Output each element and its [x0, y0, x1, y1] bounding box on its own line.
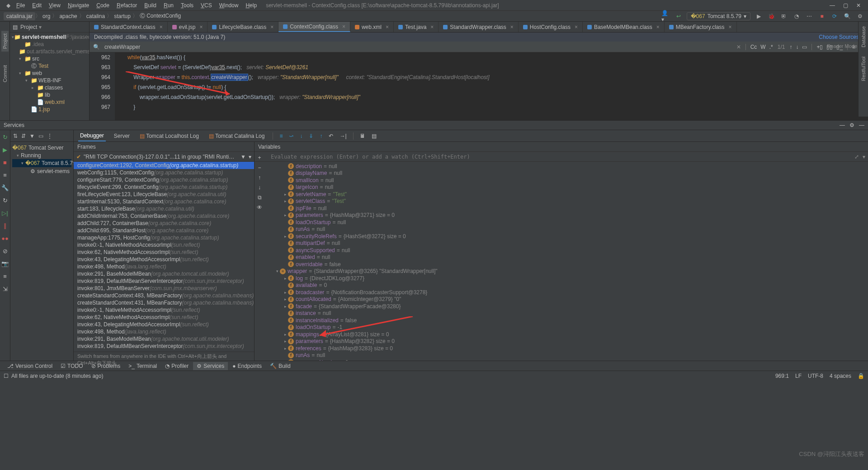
stack-frame[interactable]: invoke:291, BaseModelMBean (org.apache.t… [74, 270, 254, 277]
group-icon[interactable]: ▭ [38, 133, 43, 139]
variable-row[interactable]: fdisplayName = null [265, 170, 868, 177]
variable-row[interactable]: ▾≡wrapper = {StandardWrapper@3265} "Stan… [265, 268, 868, 275]
tree-item[interactable]: 📁out.artifacts.servlet_memshe [10, 48, 89, 55]
menu-vcs[interactable]: VCS [197, 1, 216, 9]
tree-options-icon[interactable]: ⋮ [47, 133, 52, 139]
view-breakpoints-icon[interactable]: ●● [1, 234, 9, 242]
stack-frame[interactable]: createStandardContext:483, MBeanFactory … [74, 292, 254, 299]
minimize-icon[interactable]: — [859, 122, 864, 128]
tree-item[interactable]: ⒸTest [10, 62, 89, 70]
variable-row[interactable]: ▸fservletClass = "Test" [265, 198, 868, 205]
frames-list[interactable]: configureContext:1292, ContextConfig (or… [74, 162, 254, 352]
editor-tab[interactable]: Test.java× [394, 22, 439, 32]
close-tab-icon[interactable]: × [199, 24, 203, 30]
stack-frame[interactable]: invoke:801, JmxMBeanServer (com.sun.jmx.… [74, 285, 254, 292]
tool-tab-build[interactable]: 🔨Build [266, 362, 294, 370]
stack-frame[interactable]: startInternal:5130, StandardContext (org… [74, 198, 254, 205]
tree-item[interactable]: 📁.idea [10, 41, 89, 48]
tool-tab-endpoints[interactable]: ●Endpoints [229, 362, 265, 370]
menu-run[interactable]: Run [160, 1, 177, 9]
stack-frame[interactable]: invoke:819, DefaultMBeanServerIntercepto… [74, 343, 254, 350]
run-config-selector[interactable]: �067 Tomcat 8.5.79 ▾ [687, 12, 750, 20]
stack-frame[interactable]: configureStart:779, ContextConfig (org.a… [74, 176, 254, 183]
profile-button[interactable]: ◔ [792, 12, 801, 21]
evaluate-input[interactable] [271, 154, 851, 160]
tree-item[interactable]: ▸📁classes [10, 84, 89, 91]
close-tab-icon[interactable]: × [160, 24, 163, 30]
evaluate-icon[interactable]: 🖩 [360, 133, 365, 139]
variable-row[interactable]: frunAs = null [265, 226, 868, 233]
stack-frame[interactable]: addChild:727, ContainerBase (org.apache.… [74, 220, 254, 227]
tree-item[interactable]: 📄web.xml [10, 99, 89, 106]
tab-server[interactable]: Server [112, 131, 132, 141]
search-input[interactable] [104, 44, 732, 50]
variable-row[interactable]: ▸fsecurityRoleRefs = {HashSet@3272} size… [265, 233, 868, 240]
update-button[interactable]: ⟳ [830, 12, 839, 21]
stack-frame[interactable]: invoke0:-1, NativeMethodAccessorImpl (su… [74, 306, 254, 314]
tab-debugger[interactable]: Debugger [78, 131, 106, 141]
menu-file[interactable]: File [13, 1, 28, 9]
camera-icon[interactable]: 📷 [1, 259, 9, 268]
stack-frame[interactable]: lifecycleEvent:299, ContextConfig (org.a… [74, 183, 254, 191]
stack-frame[interactable]: invoke:498, Method (java.lang.reflect) [74, 328, 254, 335]
maximize-icon[interactable]: ▢ [843, 2, 848, 9]
resume-icon[interactable]: ▶ [1, 146, 9, 154]
variable-row[interactable]: ▸ffacade = {StandardWrapperFacade@3280} [265, 303, 868, 310]
variable-row[interactable]: foverridable = false [265, 261, 868, 268]
menu-refactor[interactable]: Refactor [113, 1, 141, 9]
reader-mode-label[interactable]: Reader Mode [827, 43, 857, 49]
editor-tab[interactable]: BaseModelMBean.class× [583, 22, 665, 32]
show-exec-icon[interactable]: ≡ [279, 133, 283, 139]
expand-icon[interactable]: ⇅ [13, 133, 18, 139]
gear-icon[interactable]: ⚙ [849, 122, 854, 128]
menu-build[interactable]: Build [141, 1, 160, 9]
pause-icon[interactable]: ‖ [1, 221, 9, 230]
variable-row[interactable]: ▸freferences = {HashMap@3283} size = 0 [265, 345, 868, 352]
filter-icon[interactable]: ▼ [241, 154, 246, 160]
step-into-icon[interactable]: ↓ [300, 133, 302, 139]
deployment-node[interactable]: servlet-mems [37, 168, 70, 174]
resume-program-icon[interactable]: ▷| [1, 209, 9, 217]
stack-frame[interactable]: invoke:819, DefaultMBeanServerIntercepto… [74, 277, 254, 285]
stack-frame[interactable]: invoke:43, DelegatingMethodAccessorImpl … [74, 321, 254, 328]
close-tab-icon[interactable]: × [575, 24, 578, 30]
menu-view[interactable]: View [45, 1, 64, 9]
variable-row[interactable]: fenabled = null [265, 254, 868, 261]
editor-tab[interactable]: ContextConfig.class× [278, 22, 350, 32]
editor-tab[interactable]: HostConfig.class× [519, 22, 583, 32]
variable-row[interactable]: fjspFile = null [265, 205, 868, 212]
variable-row[interactable]: fsmallIcon = null [265, 177, 868, 184]
stack-frame[interactable]: manageApp:1775, HostConfig (org.apache.c… [74, 234, 254, 241]
stack-frame[interactable]: createStandardContext:431, MBeanFactory … [74, 299, 254, 306]
variable-row[interactable]: favailable = 0 [265, 282, 868, 289]
new-watch-icon[interactable]: + [258, 155, 261, 161]
step-over-icon[interactable]: ⤻ [289, 133, 293, 139]
clear-icon[interactable]: ✕ [736, 44, 741, 50]
crumb-2[interactable]: apache [57, 13, 79, 19]
variable-row[interactable]: ▸fcountAllocated = {AtomicInteger@3279} … [265, 296, 868, 303]
tool-tab-problems[interactable]: ⊘Problems [88, 362, 124, 370]
menu-navigate[interactable]: Navigate [64, 1, 93, 9]
variable-row[interactable]: fdescription = null [265, 163, 868, 170]
line-sep[interactable]: LF [795, 373, 802, 379]
rerun-icon[interactable]: ↻ [1, 133, 9, 141]
menu-window[interactable]: Window [216, 1, 242, 9]
close-tab-icon[interactable]: × [386, 24, 389, 30]
close-icon[interactable]: ✕ [856, 2, 861, 9]
minimize-icon[interactable]: — [830, 2, 835, 9]
variables-tree[interactable]: fdescription = nullfdisplayName = nullfs… [255, 162, 868, 361]
settings-icon[interactable]: 🔧 [1, 183, 9, 192]
attach-button[interactable]: ⋯ [805, 12, 814, 21]
editor-tab[interactable]: evil.jsp× [168, 22, 208, 32]
run-button[interactable]: ▶ [754, 12, 763, 21]
variable-row[interactable]: ▸fservletName = "Test" [265, 191, 868, 198]
match-case-icon[interactable]: Cc [750, 44, 757, 50]
stack-frame[interactable]: invoke:62, NativeMethodAccessorImpl (sun… [74, 314, 254, 321]
tool-tab-version-control[interactable]: ⎇Version Control [4, 362, 56, 370]
tree-item[interactable]: ▾📁src [10, 55, 89, 62]
step-out-icon[interactable]: ↑ [320, 133, 322, 139]
caret-position[interactable]: 969:1 [775, 373, 789, 379]
project-header-label[interactable]: Project [20, 24, 37, 30]
crumb-0[interactable]: catalina.jar [4, 12, 35, 20]
editor-tab[interactable]: StandardContext.class× [90, 22, 168, 32]
